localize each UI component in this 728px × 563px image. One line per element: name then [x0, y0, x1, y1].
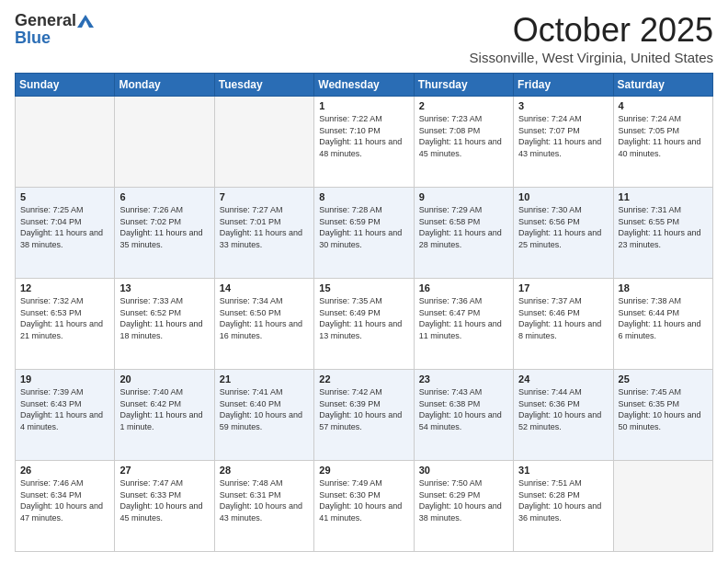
day-info: Sunrise: 7:47 AM Sunset: 6:33 PM Dayligh…: [119, 477, 209, 523]
logo-text: General: [15, 11, 94, 30]
table-row: [115, 97, 214, 188]
table-row: 20Sunrise: 7:40 AM Sunset: 6:42 PM Dayli…: [115, 370, 214, 461]
table-row: 16Sunrise: 7:36 AM Sunset: 6:47 PM Dayli…: [414, 279, 513, 370]
day-info: Sunrise: 7:45 AM Sunset: 6:35 PM Dayligh…: [619, 386, 708, 432]
table-row: [16, 97, 115, 188]
day-number: 23: [419, 373, 508, 385]
table-row: 8Sunrise: 7:28 AM Sunset: 6:59 PM Daylig…: [314, 188, 414, 279]
day-info: Sunrise: 7:22 AM Sunset: 7:10 PM Dayligh…: [319, 113, 408, 159]
day-info: Sunrise: 7:30 AM Sunset: 6:56 PM Dayligh…: [518, 204, 608, 250]
day-number: 14: [220, 282, 309, 293]
day-number: 2: [419, 100, 508, 111]
day-number: 21: [220, 373, 309, 385]
day-number: 20: [119, 373, 209, 385]
day-info: Sunrise: 7:39 AM Sunset: 6:43 PM Dayligh…: [20, 386, 109, 432]
day-info: Sunrise: 7:48 AM Sunset: 6:31 PM Dayligh…: [220, 477, 309, 523]
table-row: 10Sunrise: 7:30 AM Sunset: 6:56 PM Dayli…: [514, 188, 613, 279]
col-sunday: Sunday: [16, 74, 115, 97]
day-info: Sunrise: 7:24 AM Sunset: 7:05 PM Dayligh…: [619, 113, 708, 159]
day-info: Sunrise: 7:40 AM Sunset: 6:42 PM Dayligh…: [119, 386, 209, 432]
table-row: 22Sunrise: 7:42 AM Sunset: 6:39 PM Dayli…: [314, 370, 414, 461]
col-saturday: Saturday: [613, 74, 712, 97]
day-info: Sunrise: 7:23 AM Sunset: 7:08 PM Dayligh…: [419, 113, 508, 159]
table-row: [613, 461, 712, 552]
table-row: 25Sunrise: 7:45 AM Sunset: 6:35 PM Dayli…: [613, 370, 712, 461]
calendar-week-3: 12Sunrise: 7:32 AM Sunset: 6:53 PM Dayli…: [16, 279, 713, 370]
table-row: 27Sunrise: 7:47 AM Sunset: 6:33 PM Dayli…: [115, 461, 214, 552]
table-row: 6Sunrise: 7:26 AM Sunset: 7:02 PM Daylig…: [115, 188, 214, 279]
day-number: 13: [119, 282, 209, 293]
calendar-header-row: Sunday Monday Tuesday Wednesday Thursday…: [16, 74, 713, 97]
logo-icon: [77, 15, 94, 28]
day-number: 3: [518, 100, 608, 111]
subtitle: Sissonville, West Virginia, United State…: [470, 50, 713, 65]
page: General Blue October 2025 Sissonville, W…: [0, 0, 728, 563]
day-info: Sunrise: 7:41 AM Sunset: 6:40 PM Dayligh…: [220, 386, 309, 432]
logo-blue: Blue: [15, 29, 51, 47]
day-number: 22: [319, 373, 408, 385]
calendar-week-2: 5Sunrise: 7:25 AM Sunset: 7:04 PM Daylig…: [16, 188, 713, 279]
day-number: 24: [518, 373, 608, 385]
day-number: 1: [319, 100, 408, 111]
table-row: 29Sunrise: 7:49 AM Sunset: 6:30 PM Dayli…: [314, 461, 414, 552]
day-number: 5: [20, 191, 109, 202]
table-row: 12Sunrise: 7:32 AM Sunset: 6:53 PM Dayli…: [16, 279, 115, 370]
day-number: 11: [619, 191, 708, 202]
day-number: 25: [619, 373, 708, 385]
logo: General Blue: [15, 11, 94, 48]
day-info: Sunrise: 7:50 AM Sunset: 6:29 PM Dayligh…: [419, 477, 508, 523]
table-row: 15Sunrise: 7:35 AM Sunset: 6:49 PM Dayli…: [314, 279, 414, 370]
month-title: October 2025: [470, 11, 713, 50]
table-row: [214, 97, 313, 188]
day-number: 27: [119, 465, 209, 476]
day-number: 7: [220, 191, 309, 202]
day-number: 12: [20, 282, 109, 293]
table-row: 1Sunrise: 7:22 AM Sunset: 7:10 PM Daylig…: [314, 97, 414, 188]
calendar-week-4: 19Sunrise: 7:39 AM Sunset: 6:43 PM Dayli…: [16, 370, 713, 461]
calendar-table: Sunday Monday Tuesday Wednesday Thursday…: [15, 73, 713, 552]
col-friday: Friday: [514, 74, 613, 97]
day-info: Sunrise: 7:36 AM Sunset: 6:47 PM Dayligh…: [419, 295, 508, 341]
table-row: 17Sunrise: 7:37 AM Sunset: 6:46 PM Dayli…: [514, 279, 613, 370]
table-row: 26Sunrise: 7:46 AM Sunset: 6:34 PM Dayli…: [16, 461, 115, 552]
day-info: Sunrise: 7:32 AM Sunset: 6:53 PM Dayligh…: [20, 295, 109, 341]
day-number: 4: [619, 100, 708, 111]
day-info: Sunrise: 7:38 AM Sunset: 6:44 PM Dayligh…: [619, 295, 708, 341]
day-info: Sunrise: 7:49 AM Sunset: 6:30 PM Dayligh…: [319, 477, 408, 523]
day-number: 26: [20, 465, 109, 476]
table-row: 5Sunrise: 7:25 AM Sunset: 7:04 PM Daylig…: [16, 188, 115, 279]
table-row: 2Sunrise: 7:23 AM Sunset: 7:08 PM Daylig…: [414, 97, 513, 188]
table-row: 18Sunrise: 7:38 AM Sunset: 6:44 PM Dayli…: [613, 279, 712, 370]
day-number: 9: [419, 191, 508, 202]
day-info: Sunrise: 7:37 AM Sunset: 6:46 PM Dayligh…: [518, 295, 608, 341]
table-row: 31Sunrise: 7:51 AM Sunset: 6:28 PM Dayli…: [514, 461, 613, 552]
col-tuesday: Tuesday: [214, 74, 313, 97]
day-info: Sunrise: 7:35 AM Sunset: 6:49 PM Dayligh…: [319, 295, 408, 341]
day-number: 18: [619, 282, 708, 293]
day-number: 31: [518, 465, 608, 476]
table-row: 7Sunrise: 7:27 AM Sunset: 7:01 PM Daylig…: [214, 188, 313, 279]
day-info: Sunrise: 7:24 AM Sunset: 7:07 PM Dayligh…: [518, 113, 608, 159]
day-info: Sunrise: 7:44 AM Sunset: 6:36 PM Dayligh…: [518, 386, 608, 432]
table-row: 23Sunrise: 7:43 AM Sunset: 6:38 PM Dayli…: [414, 370, 513, 461]
col-thursday: Thursday: [414, 74, 513, 97]
day-number: 30: [419, 465, 508, 476]
day-number: 16: [419, 282, 508, 293]
day-number: 8: [319, 191, 408, 202]
day-info: Sunrise: 7:42 AM Sunset: 6:39 PM Dayligh…: [319, 386, 408, 432]
day-number: 28: [220, 465, 309, 476]
title-block: October 2025 Sissonville, West Virginia,…: [470, 11, 713, 65]
col-wednesday: Wednesday: [314, 74, 414, 97]
table-row: 13Sunrise: 7:33 AM Sunset: 6:52 PM Dayli…: [115, 279, 214, 370]
day-info: Sunrise: 7:26 AM Sunset: 7:02 PM Dayligh…: [119, 204, 209, 250]
calendar-week-5: 26Sunrise: 7:46 AM Sunset: 6:34 PM Dayli…: [16, 461, 713, 552]
calendar-week-1: 1Sunrise: 7:22 AM Sunset: 7:10 PM Daylig…: [16, 97, 713, 188]
logo-general: General: [15, 11, 76, 30]
day-info: Sunrise: 7:25 AM Sunset: 7:04 PM Dayligh…: [20, 204, 109, 250]
day-number: 6: [119, 191, 209, 202]
table-row: 19Sunrise: 7:39 AM Sunset: 6:43 PM Dayli…: [16, 370, 115, 461]
day-info: Sunrise: 7:43 AM Sunset: 6:38 PM Dayligh…: [419, 386, 508, 432]
day-info: Sunrise: 7:51 AM Sunset: 6:28 PM Dayligh…: [518, 477, 608, 523]
table-row: 21Sunrise: 7:41 AM Sunset: 6:40 PM Dayli…: [214, 370, 313, 461]
day-number: 17: [518, 282, 608, 293]
